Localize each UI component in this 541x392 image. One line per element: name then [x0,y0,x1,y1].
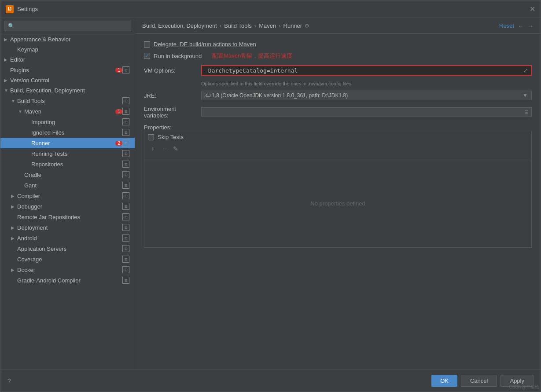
sidebar-item-label: Maven [24,108,114,115]
properties-label: Properties: [144,124,172,131]
plugins-badge: 1 [115,68,122,73]
content-area: Delegate IDE build/run actions to Maven … [135,34,541,370]
env-browse-icon[interactable]: ⊟ [524,109,529,115]
sidebar-item-debugger[interactable]: ▶ Debugger ⊡ [0,201,135,212]
breadcrumb: Build, Execution, Deployment › Build Too… [142,22,309,29]
sidebar-item-label: Docker [17,267,122,273]
breadcrumb-sep-1: › [220,22,221,29]
check-icon: ✓ [145,53,149,59]
empty-state-text: No properties defined [144,159,531,247]
env-control: ⊟ [201,107,532,117]
ok-button[interactable]: OK [431,375,457,387]
sidebar-icon: ⊡ [122,66,129,73]
sidebar-item-label: Ignored Files [31,129,122,136]
annotation-text: 配置Maven骨架，提高运行速度 [212,52,292,60]
sidebar-item-plugins[interactable]: Plugins 1 ⊡ [0,65,135,75]
jre-value: 🏷 1.8 (Oracle OpenJDK version 1.8.0_361,… [205,92,523,99]
sidebar-item-label: Compiler [17,193,122,199]
expand-icon: ▶ [11,236,17,241]
maven-badge: 1 [115,109,122,114]
sidebar-item-label: Repositories [31,161,122,168]
dropdown-arrow-icon: ▼ [523,92,528,99]
sidebar-icon: ⊡ [122,203,129,210]
sidebar-item-deployment[interactable]: ▶ Deployment ⊡ [0,222,135,233]
sidebar-item-gant[interactable]: Gant ⊡ [0,180,135,191]
sidebar-item-maven[interactable]: ▼ Maven 1 ⊡ [0,106,135,117]
env-row: Environment variables: ⊟ [144,106,532,119]
breadcrumb-sep-3: › [279,22,280,29]
expand-icon: ▼ [11,99,17,103]
reset-button[interactable]: Reset [499,22,514,29]
sidebar-item-ignored-files[interactable]: Ignored Files ⊡ [0,127,135,138]
sidebar-icon: ⊡ [122,234,129,242]
sidebar-item-gradle-android[interactable]: Gradle-Android Compiler ⊡ [0,275,135,286]
skip-tests-checkbox[interactable] [148,134,154,140]
cancel-button[interactable]: Cancel [461,375,497,387]
sidebar: ▶ Appearance & Behavior Keymap ▶ Editor [0,18,135,370]
sidebar-item-build-tools[interactable]: ▼ Build Tools ⊡ [0,95,135,106]
sidebar-item-running-tests[interactable]: Running Tests ⊡ [0,148,135,159]
nav-forward-button[interactable]: → [527,22,534,29]
sidebar-item-remote-jar[interactable]: Remote Jar Repositories ⊡ [0,212,135,222]
sidebar-item-application-servers[interactable]: Application Servers ⊡ [0,243,135,254]
sidebar-item-label: Remote Jar Repositories [17,214,122,220]
sidebar-icon: ⊡ [122,277,129,284]
sidebar-item-build-execution[interactable]: ▼ Build, Execution, Deployment [0,85,135,95]
sidebar-icon: ⊡ [122,192,129,199]
sidebar-item-runner[interactable]: Runner 2 ⊡ [0,138,135,148]
sidebar-icon: ⊡ [122,97,129,104]
run-background-option: ✓ Run in background [144,53,202,59]
sidebar-item-repositories[interactable]: Repositories ⊡ [0,159,135,169]
dialog-body: ▶ Appearance & Behavior Keymap ▶ Editor [0,18,541,370]
nav-back-button[interactable]: ← [518,22,524,29]
dialog-footer: ? OK Cancel Apply [0,370,541,392]
remove-property-button[interactable]: − [159,144,169,154]
breadcrumb-item-2[interactable]: Build Tools [224,22,252,29]
breadcrumb-bar: Build, Execution, Deployment › Build Too… [135,18,541,34]
sidebar-icon: ⊡ [122,108,129,115]
sidebar-item-label: Build, Execution, Deployment [10,87,131,94]
edit-property-button[interactable]: ✎ [171,144,180,154]
sidebar-item-label: Importing [31,119,122,125]
sidebar-item-docker[interactable]: ▶ Docker ⊡ [0,264,135,275]
add-property-button[interactable]: + [148,144,158,154]
sidebar-item-label: Coverage [17,256,122,263]
sidebar-item-label: Editor [10,56,131,63]
gear-icon[interactable]: ⚙ [305,23,309,29]
properties-toolbar: + − ✎ [148,144,528,154]
sidebar-item-editor[interactable]: ▶ Editor [0,55,135,65]
skip-tests-label: Skip Tests [158,134,184,140]
vm-options-input[interactable] [205,67,521,74]
sidebar-item-coverage[interactable]: Coverage ⊡ [0,254,135,264]
sidebar-tree: ▶ Appearance & Behavior Keymap ▶ Editor [0,34,135,370]
env-input-wrapper: ⊟ [201,107,532,117]
breadcrumb-item-4[interactable]: Runner [283,22,302,29]
close-button[interactable]: ✕ [530,5,535,13]
properties-section: Properties: Skip Tests + − ✎ [144,124,532,248]
sidebar-item-keymap[interactable]: Keymap [0,44,135,55]
breadcrumb-item-3[interactable]: Maven [259,22,276,29]
search-bar [0,18,135,34]
sidebar-item-gradle[interactable]: Gradle ⊡ [0,169,135,180]
help-button[interactable]: ? [7,377,11,385]
sidebar-item-label: Runner [31,140,114,147]
delegate-checkbox[interactable] [144,41,150,48]
jre-row: JRE: 🏷 1.8 (Oracle OpenJDK version 1.8.0… [144,91,532,100]
jre-control: 🏷 1.8 (Oracle OpenJDK version 1.8.0_361,… [201,91,532,100]
run-background-checkbox[interactable]: ✓ [144,53,150,59]
env-input[interactable] [204,109,524,115]
sidebar-item-version-control[interactable]: ▶ Version Control [0,75,135,85]
search-input[interactable] [4,21,131,31]
sidebar-item-compiler[interactable]: ▶ Compiler ⊡ [0,191,135,201]
expand-icon: ▶ [4,37,10,42]
expand-icon[interactable]: ⤢ [523,67,528,74]
sidebar-item-importing[interactable]: Importing ⊡ [0,117,135,127]
sidebar-item-android[interactable]: ▶ Android ⊡ [0,233,135,243]
breadcrumb-item-1[interactable]: Build, Execution, Deployment [142,22,217,29]
sidebar-item-appearance[interactable]: ▶ Appearance & Behavior [0,34,135,44]
jre-select[interactable]: 🏷 1.8 (Oracle OpenJDK version 1.8.0_361,… [201,91,532,100]
breadcrumb-sep-2: › [254,22,256,29]
sidebar-item-label: Build Tools [17,98,122,104]
properties-area: Skip Tests + − ✎ No properties defined [144,131,532,248]
sidebar-item-label: Appearance & Behavior [10,36,131,43]
